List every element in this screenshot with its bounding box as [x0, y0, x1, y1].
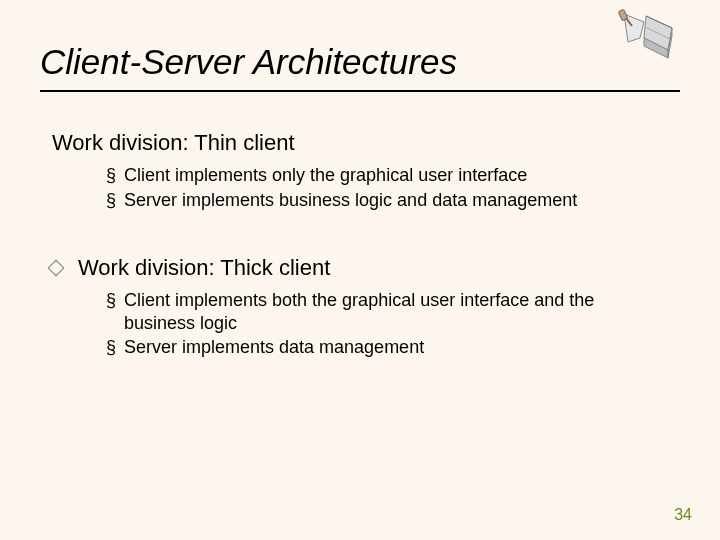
slide: Client-Server Architectures Work divisio… — [0, 0, 720, 540]
section-thin-client: Work division: Thin client Client implem… — [52, 130, 652, 211]
bullet-item: Server implements business logic and dat… — [106, 189, 652, 212]
title-underline — [40, 90, 680, 92]
section-thick-client: Work division: Thick client Client imple… — [52, 255, 652, 359]
slide-title: Client-Server Architectures — [40, 42, 457, 82]
trowel-brick-icon — [618, 8, 698, 70]
bullet-item: Server implements data management — [106, 336, 652, 359]
bullet-list: Client implements only the graphical use… — [52, 164, 652, 211]
section-heading: Work division: Thin client — [52, 130, 652, 156]
bullet-list: Client implements both the graphical use… — [52, 289, 652, 359]
bullet-item: Client implements only the graphical use… — [106, 164, 652, 187]
slide-body: Work division: Thin client Client implem… — [52, 130, 652, 361]
page-number: 34 — [674, 506, 692, 524]
bullet-item: Client implements both the graphical use… — [106, 289, 652, 334]
section-heading: Work division: Thick client — [52, 255, 652, 281]
